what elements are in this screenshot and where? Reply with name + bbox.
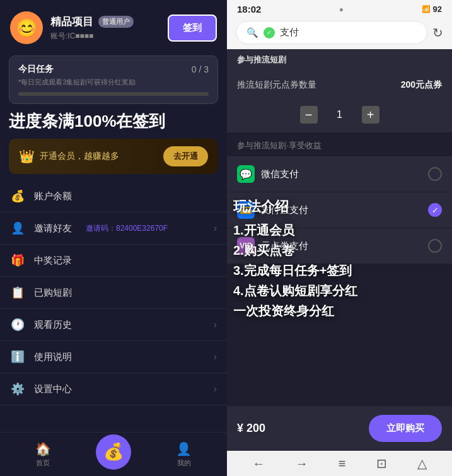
menu-item-left-purchased: 📋 已购短剧 (10, 286, 72, 299)
task-count: 0 / 3 (192, 64, 209, 74)
nav-my-label: 我的 (177, 458, 191, 468)
nav-center-icon: 💰 (103, 442, 124, 461)
search-text: 支付 (280, 26, 299, 38)
menu-list: 💰 账户余额 👤 邀请好友 邀请码：82400E32670F › 🎁 中奖记录 … (0, 180, 227, 432)
menu-label-purchased: 已购短剧 (34, 287, 72, 299)
points-label: 推流短剧元点券数量 (237, 79, 316, 91)
battery-icon: 92 (433, 4, 442, 14)
wechat-payment-icon: 💬 (237, 165, 255, 183)
invite-icon: 👤 (10, 221, 25, 235)
arrow-icon-invite: › (214, 223, 217, 234)
search-input-wrap[interactable]: 🔍 ✓ 支付 (236, 21, 427, 44)
menu-item-settings[interactable]: ⚙️ 设置中心 › (0, 373, 227, 405)
points-radio (428, 239, 442, 253)
forward-button[interactable]: → (295, 456, 308, 471)
price-tag: ¥ 200 (237, 422, 265, 435)
info-icon: ℹ️ (10, 350, 25, 364)
menu-item-prize[interactable]: 🎁 中奖记录 (0, 245, 227, 277)
left-panel: 😊 精品项目 普通用户 账号:IC■■■■ 签到 今日任务 0 / 3 *每日完… (0, 0, 227, 476)
payment-option-alipay[interactable]: 💳 支付宝支付 ✓ (227, 192, 452, 228)
payment-option-points[interactable]: VIP 元点券支付 (227, 228, 452, 264)
status-bar: 18:02 ● 📶 92 (227, 0, 452, 17)
menu-button[interactable]: ≡ (339, 456, 346, 471)
settings-icon: ⚙️ (10, 382, 25, 396)
menu-item-instructions[interactable]: ℹ️ 使用说明 › (0, 341, 227, 373)
vip-banner[interactable]: 👑 开通会员，越赚越多 去开通 (9, 139, 218, 174)
home-button[interactable]: △ (417, 456, 427, 471)
crown-icon: 👑 (19, 149, 35, 164)
menu-label-instructions: 使用说明 (34, 351, 72, 363)
purchased-icon: 📋 (10, 286, 25, 299)
buy-button[interactable]: 立即购买 (369, 415, 442, 442)
user-title-row: 精品项目 普通用户 (50, 15, 134, 29)
menu-label-balance: 账户余额 (34, 190, 72, 202)
payment-section: 参与推流短剧·享受收益 💬 微信支付 💳 支付宝支付 ✓ VIP 元点券支付 (227, 132, 452, 406)
menu-item-history[interactable]: 🕐 观看历史 › (0, 309, 227, 341)
home-icon: 🏠 (35, 441, 51, 456)
payment-left-points: VIP 元点券支付 (237, 237, 308, 255)
bottom-nav-right: ← → ≡ ⊡ △ (227, 451, 452, 476)
vip-text: 开通会员，越赚越多 (40, 151, 119, 162)
task-progress-bar-bg (18, 92, 209, 96)
arrow-icon-instructions: › (214, 351, 217, 363)
task-card: 今日任务 0 / 3 *每日完成观看3集短剧可获得分红奖励 (9, 55, 218, 104)
intro-line-4: 4.点卷认购短剧享分红 (233, 281, 446, 301)
status-icons: 📶 92 (422, 4, 442, 14)
points-payment-name: 元点券支付 (261, 240, 308, 252)
section-label: 参与推流短剧 (227, 49, 452, 71)
user-title-text: 精品项目 (50, 15, 93, 29)
quantity-value: 1 (330, 109, 349, 120)
quantity-minus-button[interactable]: − (300, 106, 318, 124)
vip-left: 👑 开通会员，越赚越多 (19, 149, 119, 164)
sign-button[interactable]: 签到 (168, 15, 217, 42)
prize-icon: 🎁 (10, 253, 25, 267)
task-header: 今日任务 0 / 3 (18, 64, 209, 75)
header: 😊 精品项目 普通用户 账号:IC■■■■ 签到 (0, 0, 227, 52)
invite-code: 邀请码：82400E32670F (86, 223, 168, 234)
menu-item-left-prize: 🎁 中奖记录 (10, 253, 72, 267)
avatar: 😊 (10, 11, 43, 44)
my-icon: 👤 (176, 441, 192, 456)
wechat-radio (428, 167, 442, 181)
arrow-icon-settings: › (214, 383, 217, 395)
menu-item-invite[interactable]: 👤 邀请好友 邀请码：82400E32670F › (0, 212, 227, 245)
user-info: 精品项目 普通用户 账号:IC■■■■ (50, 15, 134, 42)
bottom-nav-left: 🏠 首页 💰 👤 我的 (0, 432, 227, 476)
quantity-plus-button[interactable]: + (362, 106, 380, 124)
refresh-icon[interactable]: ↻ (432, 25, 443, 40)
right-panel: 18:02 ● 📶 92 🔍 ✓ 支付 ↻ 参与推流短剧 推流短剧元点券数量 2… (227, 0, 452, 476)
header-left: 😊 精品项目 普通用户 账号:IC■■■■ (10, 11, 134, 44)
intro-line-5: 一次投资终身分红 (233, 301, 446, 321)
nav-my[interactable]: 👤 我的 (176, 441, 192, 468)
task-desc: *每日完成观看3集短剧可获得分红奖励 (18, 78, 209, 87)
menu-label-history: 观看历史 (34, 319, 72, 331)
history-icon: 🕐 (10, 318, 25, 332)
quantity-row: − 1 + (227, 100, 452, 132)
balance-icon: 💰 (10, 189, 25, 203)
payment-option-wechat[interactable]: 💬 微信支付 (227, 156, 452, 192)
nav-home-label: 首页 (36, 458, 50, 468)
back-button[interactable]: ← (252, 456, 265, 471)
status-dot: ● (339, 5, 344, 14)
menu-item-left-instructions: ℹ️ 使用说明 (10, 350, 72, 364)
alipay-radio: ✓ (428, 203, 442, 217)
search-icon: 🔍 (246, 27, 258, 38)
menu-label-prize: 中奖记录 (34, 255, 72, 267)
payment-left-alipay: 💳 支付宝支付 (237, 201, 308, 219)
verified-badge: ✓ (264, 27, 275, 38)
alipay-payment-icon: 💳 (237, 201, 255, 219)
menu-item-left-invite: 👤 邀请好友 邀请码：82400E32670F (10, 221, 168, 235)
menu-item-purchased[interactable]: 📋 已购短剧 (0, 277, 227, 309)
menu-item-left: 💰 账户余额 (10, 189, 72, 203)
menu-item-left-settings: ⚙️ 设置中心 (10, 382, 72, 396)
menu-item-balance[interactable]: 💰 账户余额 (0, 180, 227, 212)
vip-open-button[interactable]: 去开通 (163, 146, 208, 166)
nav-home[interactable]: 🏠 首页 (35, 441, 51, 468)
nav-center-button[interactable]: 💰 (96, 434, 131, 470)
points-value: 200元点券 (401, 79, 442, 91)
buy-footer: ¥ 200 立即购买 (227, 406, 452, 451)
points-payment-icon: VIP (237, 237, 255, 255)
tabs-button[interactable]: ⊡ (376, 456, 387, 471)
signal-icon: 📶 (422, 5, 431, 13)
search-bar: 🔍 ✓ 支付 ↻ (227, 17, 452, 49)
